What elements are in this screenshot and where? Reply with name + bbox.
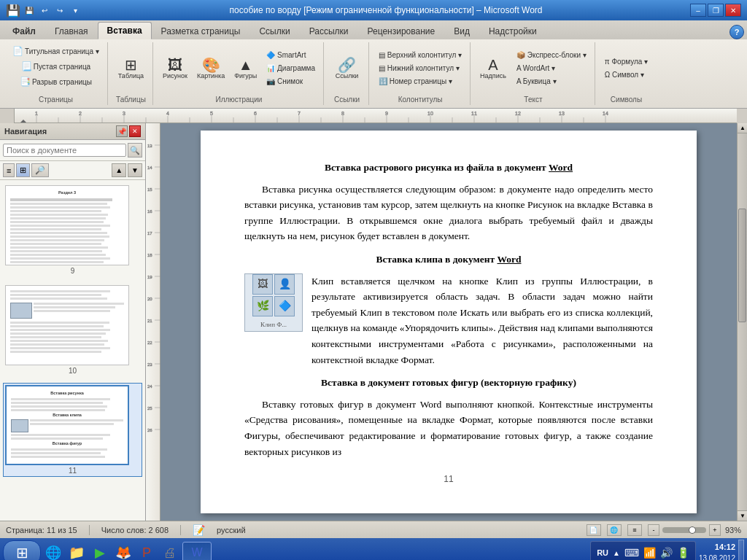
nav-pages-button[interactable]: ⊞ — [16, 163, 30, 177]
layout-outline-button[interactable]: ≡ — [627, 524, 642, 536]
nav-search-results-button[interactable]: 🔎 — [31, 163, 49, 177]
nav-headings-button[interactable]: ≡ — [3, 163, 15, 177]
nav-search-area: 🔍 — [0, 140, 145, 161]
nav-page-11[interactable]: Вставка рисунка Вставка клипа — [3, 383, 142, 477]
smartart-button[interactable]: 🔷 SmartArt — [263, 49, 319, 61]
tab-mailings[interactable]: Рассылки — [300, 23, 358, 39]
page-number: 11 — [244, 474, 653, 484]
battery-icon: 🔋 — [677, 547, 689, 559]
taskbar-firefox-button[interactable]: 🦊 — [112, 542, 134, 560]
ruler-corner — [0, 109, 15, 123]
text-group-label: Текст — [524, 96, 542, 104]
restore-button[interactable]: ❐ — [708, 4, 724, 17]
links-button[interactable]: 🔗 Ссылки — [332, 55, 363, 82]
page-11-num: 11 — [5, 467, 140, 475]
title-page-button[interactable]: 📄 Титульная страница ▾ — [9, 44, 103, 58]
clock-time: 14:12 — [699, 542, 735, 553]
show-desktop-button[interactable] — [738, 540, 744, 560]
word-count: Число слов: 2 608 — [101, 526, 169, 534]
header-button[interactable]: ▤ Верхний колонтитул ▾ — [375, 49, 465, 61]
zoom-slider[interactable] — [662, 527, 706, 533]
quickparts-button[interactable]: 📦 Экспресс-блоки ▾ — [513, 49, 590, 61]
clip-cell-2: 👤 — [274, 274, 295, 295]
nav-down-button[interactable]: ▼ — [128, 163, 142, 177]
help-button[interactable]: ? — [729, 25, 744, 39]
svg-text:15: 15 — [147, 187, 152, 192]
scroll-up-button[interactable]: ▲ — [738, 123, 747, 133]
ribbon-group-tables: ⊞ Таблица Таблицы — [109, 42, 153, 105]
tab-addins[interactable]: Надстройки — [479, 23, 546, 39]
save-button[interactable]: 💾 — [23, 4, 36, 17]
nav-page-10[interactable]: 10 — [3, 283, 142, 377]
page-number-button[interactable]: 🔢 Номер страницы ▾ — [375, 75, 465, 88]
tab-references[interactable]: Ссылки — [249, 23, 299, 39]
formula-button[interactable]: π Формула ▾ — [601, 55, 651, 68]
system-clock: 14:12 13.08.2012 — [699, 542, 735, 560]
taskbar-media-button[interactable]: ▶ — [89, 542, 111, 560]
clip-block: 🖼 👤 🌿 🔷 Клип Ф... Клип вставляется щелчк… — [244, 273, 653, 368]
tab-review[interactable]: Рецензирование — [358, 23, 445, 39]
blank-page-button[interactable]: 📃 Пустая страница — [18, 59, 94, 74]
svg-text:3: 3 — [123, 111, 125, 116]
dropcap-button[interactable]: A Буквица ▾ — [513, 75, 590, 88]
taskbar-word-button[interactable]: W — [182, 542, 212, 560]
taskbar-powerpoint-button[interactable]: P — [136, 542, 158, 560]
dropdown-button[interactable]: ▾ — [69, 4, 82, 17]
vertical-scrollbar[interactable]: ▲ ▼ — [737, 123, 747, 521]
heading-shapes: Вставка в документ готовых фигур (вектор… — [244, 375, 653, 391]
layout-print-button[interactable]: 📄 — [587, 524, 601, 536]
taskbar-ie-button[interactable]: 🌐 — [42, 542, 64, 560]
tab-file[interactable]: Файл — [3, 23, 45, 39]
svg-text:1: 1 — [35, 111, 38, 116]
tab-view[interactable]: Вид — [444, 23, 479, 39]
wordart-button[interactable]: A WordArt ▾ — [513, 62, 590, 74]
ribbon-group-text: A Надпись 📦 Экспресс-блоки ▾ A WordArt ▾… — [472, 42, 595, 105]
layout-web-button[interactable]: 🌐 — [607, 524, 622, 536]
svg-text:20: 20 — [147, 297, 152, 301]
footer-button[interactable]: ▤ Нижний колонтитул ▾ — [375, 62, 465, 74]
scroll-thumb[interactable] — [738, 209, 746, 322]
minimize-button[interactable]: – — [690, 4, 706, 17]
chart-button[interactable]: 📊 Диаграмма — [263, 62, 319, 74]
page-break-button[interactable]: 📑 Разрыв страницы — [16, 74, 96, 89]
ribbon-content: 📄 Титульная страница ▾ 📃 Пустая страница… — [0, 39, 747, 108]
scroll-track — [738, 133, 747, 510]
shapes-button[interactable]: ▲ Фигуры — [231, 55, 260, 82]
svg-text:25: 25 — [147, 406, 152, 411]
clipart-button[interactable]: 🎨 Картинка — [193, 55, 228, 82]
close-button[interactable]: ✕ — [725, 4, 741, 17]
nav-pin-button[interactable]: 📌 — [116, 125, 128, 137]
zoom-out-button[interactable]: - — [648, 524, 659, 536]
nav-close-button[interactable]: ✕ — [129, 125, 141, 137]
document-scroll-area[interactable]: Вставка растрового рисунка из файла в до… — [160, 123, 737, 521]
navigation-panel: Навигация 📌 ✕ 🔍 ≡ ⊞ 🔎 ▲ ▼ Раздел 3 — [0, 123, 146, 521]
tab-insert[interactable]: Вставка — [98, 22, 152, 39]
textbox-button[interactable]: A Надпись — [476, 55, 510, 82]
keyboard-icon: ⌨ — [624, 547, 639, 559]
svg-text:10: 10 — [427, 111, 433, 116]
scroll-down-button[interactable]: ▼ — [738, 510, 747, 521]
svg-text:13: 13 — [559, 111, 565, 116]
picture-button[interactable]: 🖼 Рисунок — [159, 55, 191, 82]
table-button[interactable]: ⊞ Таблица — [115, 55, 147, 82]
nav-up-button[interactable]: ▲ — [112, 163, 126, 177]
nav-search-button[interactable]: 🔍 — [128, 143, 142, 158]
screenshot-button[interactable]: 📷 Снимок — [263, 75, 319, 88]
text-right: 📦 Экспресс-блоки ▾ A WordArt ▾ A Буквица… — [513, 49, 590, 88]
undo-button[interactable]: ↩ — [38, 4, 51, 17]
svg-text:5: 5 — [210, 111, 213, 116]
taskbar-print-button[interactable]: 🖨 — [159, 542, 181, 560]
clip-cell-1: 🖼 — [252, 274, 273, 295]
tab-layout[interactable]: Разметка страницы — [152, 23, 250, 39]
up-arrow-icon[interactable]: ▲ — [613, 549, 620, 557]
symbol-button[interactable]: Ω Символ ▾ — [601, 69, 651, 81]
redo-button[interactable]: ↪ — [53, 4, 66, 17]
tab-home[interactable]: Главная — [45, 23, 98, 39]
document-content: Вставка растрового рисунка из файла в до… — [244, 160, 653, 459]
nav-page-9[interactable]: Раздел 3 — [3, 183, 142, 277]
quick-access-toolbar: 💾 💾 ↩ ↪ ▾ — [6, 4, 82, 18]
nav-search-input[interactable] — [3, 144, 126, 157]
zoom-in-button[interactable]: + — [709, 524, 721, 536]
start-button[interactable]: ⊞ — [3, 540, 41, 560]
taskbar-folder-button[interactable]: 📁 — [66, 542, 88, 560]
